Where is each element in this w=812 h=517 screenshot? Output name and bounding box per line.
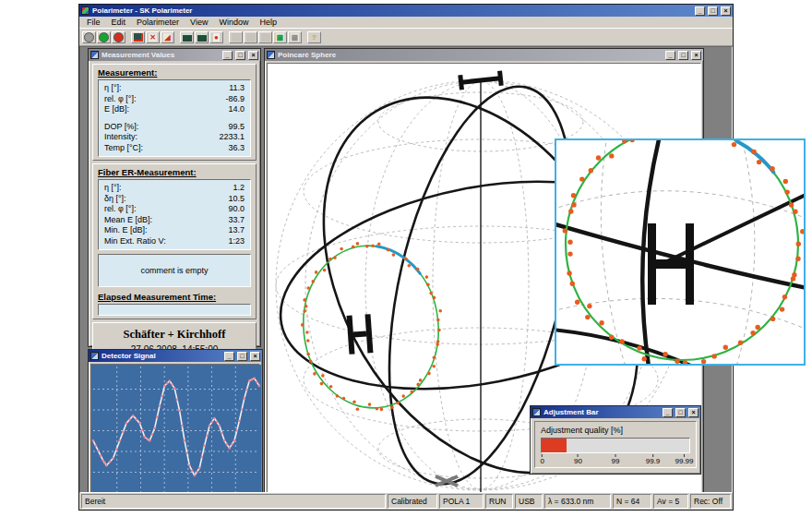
tool-disabled-3[interactable]: [258, 31, 272, 43]
measurement-box: η [°]:11.3 rel. φ [°]:-86.9 E [dB]:14.0 …: [98, 79, 251, 157]
status-calibrated: Calibrated: [388, 494, 437, 509]
row-temp: Temp [°C]:36.3: [104, 143, 245, 154]
window-icon: [532, 408, 541, 416]
close-button[interactable]: ×: [721, 6, 731, 16]
help-button[interactable]: ?: [307, 31, 321, 43]
menu-window[interactable]: Window: [213, 18, 254, 27]
status-n: N = 64: [613, 494, 651, 509]
measurement-values-titlebar[interactable]: Measurement Values _ □ ×: [89, 49, 260, 61]
row-rel-phi: rel. φ [°]:90.0: [104, 204, 245, 215]
window-icon: [267, 51, 275, 59]
scale-label: 99.9: [646, 454, 661, 465]
row-min-e: Min. E [dB]:13.7: [104, 225, 245, 236]
scale-label: 99.99: [675, 454, 694, 465]
scale-label: 99: [612, 454, 620, 465]
close-button[interactable]: ×: [250, 352, 260, 361]
detector-signal-canvas: [91, 365, 261, 493]
maximize-button[interactable]: □: [708, 6, 718, 16]
fiber-er-box: η [°]:1.2 δη [°]:10.5 rel. φ [°]:90.0 Me…: [98, 179, 251, 250]
brand-name: Schäfter + Kirchhoff: [98, 328, 251, 342]
minimize-button[interactable]: _: [222, 51, 233, 60]
halt-button[interactable]: [112, 31, 125, 43]
status-wavelength: λ = 633.0 nm: [544, 494, 611, 509]
measurement-values-window: Measurement Values _ □ × Measurement: η …: [88, 48, 261, 347]
mark-point-button[interactable]: ◢: [161, 31, 174, 43]
menu-view[interactable]: View: [185, 18, 213, 27]
status-device: POLA 1: [439, 494, 484, 509]
inset-wireframe: [556, 140, 804, 364]
row-min-ext-ratio: Min Ext. Ratio V:1:23: [104, 236, 245, 247]
adjustment-bar-titlebar[interactable]: Adjustment Bar _ □ ×: [531, 406, 700, 418]
menu-help[interactable]: Help: [254, 18, 282, 27]
menu-file[interactable]: File: [81, 18, 106, 27]
run-button[interactable]: [97, 31, 111, 43]
inset-great-circles: [556, 140, 804, 364]
status-ready: Bereit: [81, 494, 386, 509]
app-icon: [81, 6, 90, 15]
app-titlebar[interactable]: Polarimeter - SK Polarimeter _ □ ×: [79, 5, 733, 17]
elapsed-time-heading: Elapsed Measurement Time:: [98, 292, 251, 302]
adjustment-bar-title: Adjustment Bar: [543, 408, 660, 416]
maximize-button[interactable]: □: [237, 352, 247, 361]
app-title: Polarimeter - SK Polarimeter: [92, 6, 692, 15]
scale-label: 0: [540, 454, 543, 465]
save-as-button[interactable]: [195, 31, 209, 43]
status-run: RUN: [485, 494, 513, 509]
minimize-button[interactable]: _: [224, 352, 234, 361]
tool-disabled-1[interactable]: [229, 31, 243, 43]
stop-button[interactable]: [82, 31, 96, 43]
clear-trace-button[interactable]: ✕: [146, 31, 160, 43]
adjustment-quality-label: Adjustment quality [%]: [541, 426, 690, 435]
row-intensity: Intensity:2233.1: [104, 132, 245, 143]
close-button[interactable]: ×: [688, 408, 699, 417]
tool-disabled-2[interactable]: [244, 31, 257, 43]
h-state-marker: [648, 223, 694, 305]
row-rel-phi: rel. φ [°]:-86.9: [104, 94, 245, 105]
grid-on-button[interactable]: ▦: [273, 31, 287, 43]
record-button[interactable]: ●: [209, 31, 223, 43]
adjustment-quality-bar: [541, 438, 690, 453]
toolbar-separator: [303, 31, 306, 43]
minimize-button[interactable]: _: [665, 51, 675, 60]
save-button[interactable]: [180, 31, 194, 43]
spacer: [104, 115, 245, 122]
grid-off-button[interactable]: ▦: [288, 31, 302, 43]
adjustment-scale: 0 90 99 99.9 99.99: [541, 454, 690, 465]
toolbar-separator: [126, 31, 130, 43]
camera-tool-button[interactable]: [131, 31, 145, 43]
toolbar-separator: [224, 31, 228, 43]
detector-signal-window: Detector Signal _ □ ×: [88, 349, 263, 493]
row-mean-e: Mean E [dB]:33.7: [104, 215, 245, 226]
adjustment-bar-window: Adjustment Bar _ □ × Adjustment quality …: [530, 405, 701, 475]
close-button[interactable]: ×: [248, 51, 258, 60]
menu-polarimeter[interactable]: Polarimeter: [131, 18, 185, 27]
menu-edit[interactable]: Edit: [106, 18, 132, 27]
window-icon: [90, 51, 99, 59]
maximize-button[interactable]: □: [235, 51, 245, 60]
status-record: Rec: Off: [690, 494, 731, 509]
measurement-section: Measurement: η [°]:11.3 rel. φ [°]:-86.9…: [92, 64, 257, 161]
window-icon: [90, 352, 99, 360]
detector-signal-titlebar[interactable]: Detector Signal _ □ ×: [89, 350, 262, 362]
scale-label: 90: [574, 454, 582, 465]
status-usb: USB: [515, 494, 543, 509]
close-button[interactable]: ×: [691, 51, 701, 60]
zoom-inset-canvas: [556, 140, 804, 364]
menubar: File Edit Polarimeter View Window Help: [79, 17, 733, 28]
elapsed-time-field[interactable]: [98, 304, 251, 316]
statusbar: Bereit Calibrated POLA 1 RUN USB λ = 633…: [79, 493, 733, 510]
zoom-inset: [555, 138, 806, 366]
minimize-button[interactable]: _: [663, 408, 673, 417]
detector-signal-plot[interactable]: [90, 364, 260, 493]
minimize-button[interactable]: _: [695, 6, 705, 16]
row-eta: η [°]:1.2: [104, 183, 245, 194]
comment-box[interactable]: comment is empty: [98, 254, 251, 287]
toolbar-separator: [175, 31, 179, 43]
fiber-er-section: Fiber ER-Measurement: η [°]:1.2 δη [°]:1…: [92, 163, 257, 319]
row-dop: DOP [%]:99.5: [104, 122, 245, 133]
adjustment-fill: [542, 439, 567, 452]
adjustment-group: Adjustment quality [%] 0 90 99 99.9 99.9…: [534, 421, 697, 468]
maximize-button[interactable]: □: [675, 408, 686, 417]
maximize-button[interactable]: □: [678, 51, 688, 60]
poincare-sphere-titlebar[interactable]: Poincaré Sphere _ □ ×: [265, 49, 703, 61]
